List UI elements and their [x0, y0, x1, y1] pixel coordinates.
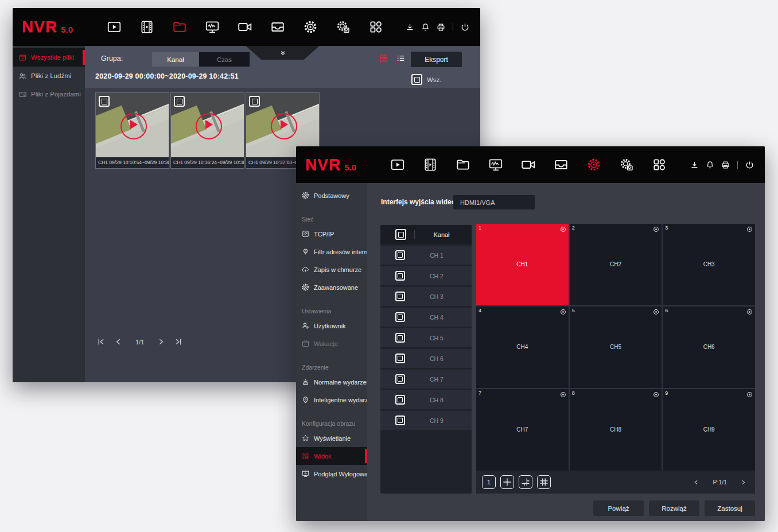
channel-checkbox[interactable]: [395, 395, 405, 405]
maintenance-icon[interactable]: [619, 157, 634, 172]
prev-page-icon[interactable]: [114, 337, 123, 347]
sidebar-item-view[interactable]: Widok: [296, 447, 367, 465]
play-button-icon[interactable]: [196, 113, 222, 139]
stream-signal-icon[interactable]: [488, 157, 503, 172]
sidebar-item-vehicle-files[interactable]: Pliki z Pojazdami: [13, 85, 85, 103]
playback-icon[interactable]: [423, 157, 438, 172]
channel-checkbox[interactable]: [395, 354, 405, 363]
unbind-target-icon[interactable]: [746, 391, 753, 398]
channel-row[interactable]: CH 8: [380, 390, 472, 409]
sidebar-item-advanced[interactable]: Zaawansowane: [296, 278, 367, 296]
channel-checkbox[interactable]: [395, 333, 405, 343]
stream-signal-icon[interactable]: [205, 20, 220, 34]
next-page-icon[interactable]: [156, 337, 166, 347]
export-button[interactable]: Eksport: [411, 52, 462, 67]
printer-icon[interactable]: [436, 22, 446, 32]
layout-3x3-button[interactable]: [537, 475, 551, 489]
channel-checkbox[interactable]: [395, 374, 405, 384]
channel-row[interactable]: CH 1: [380, 246, 472, 265]
camera-icon[interactable]: [238, 20, 252, 34]
channel-row[interactable]: CH 3: [380, 287, 472, 306]
grid-cell-ch4[interactable]: 4CH4: [476, 306, 569, 388]
select-all-checkbox[interactable]: [411, 74, 422, 85]
grid-cell-ch8[interactable]: 8CH8: [570, 389, 662, 471]
grid-view-icon[interactable]: [379, 53, 388, 63]
layout-1plus5-button[interactable]: [519, 475, 532, 489]
grid-cell-ch3[interactable]: 3CH3: [663, 224, 755, 305]
thumbnail-checkbox[interactable]: [99, 96, 110, 107]
play-button-icon[interactable]: [120, 113, 147, 139]
bind-button[interactable]: Powiąż: [593, 500, 644, 516]
playback-icon[interactable]: [139, 20, 154, 34]
channel-checkbox[interactable]: [395, 271, 405, 281]
sidebar-item-tcpip[interactable]: TCP/IP: [296, 225, 367, 243]
channel-row[interactable]: CH 7: [380, 370, 472, 389]
sidebar-item-logout-preview[interactable]: Podgląd Wylogowania: [296, 465, 367, 483]
sidebar-item-all-files[interactable]: Wszystkie pliki: [13, 48, 85, 67]
grid-cell-ch7[interactable]: 7CH7: [476, 389, 569, 471]
sidebar-item-holiday[interactable]: Wakacje: [296, 335, 367, 352]
grid-cell-ch2[interactable]: 2CH2: [570, 224, 662, 305]
group-by-channel-button[interactable]: Kanał: [152, 52, 199, 67]
printer-icon[interactable]: [721, 160, 730, 170]
unbind-target-icon[interactable]: [560, 226, 566, 232]
grid-cell-ch6[interactable]: 6CH6: [663, 306, 755, 388]
alarm-bell-icon[interactable]: [421, 22, 430, 32]
settings-gear-icon[interactable]: [586, 157, 601, 172]
settings-gear-icon[interactable]: [303, 20, 318, 34]
file-manager-icon[interactable]: [172, 20, 187, 34]
select-all-control[interactable]: Wsz.: [411, 74, 442, 85]
play-button-icon[interactable]: [271, 113, 297, 139]
alarm-bell-icon[interactable]: [705, 160, 715, 170]
unbind-target-icon[interactable]: [560, 391, 566, 398]
unbind-target-icon[interactable]: [560, 309, 566, 315]
grid-cell-ch9[interactable]: 9CH9: [663, 389, 755, 471]
channel-row[interactable]: CH 4: [380, 308, 472, 327]
last-page-icon[interactable]: [173, 337, 183, 347]
first-page-icon[interactable]: [96, 337, 106, 347]
camera-icon[interactable]: [521, 157, 536, 172]
live-view-icon[interactable]: [107, 20, 122, 34]
grid-cell-ch1[interactable]: 1CH1: [476, 224, 569, 305]
prev-page-icon[interactable]: [693, 479, 700, 486]
download-icon[interactable]: [405, 22, 415, 32]
maintenance-icon[interactable]: [336, 20, 351, 34]
unbind-target-icon[interactable]: [746, 309, 753, 315]
power-icon[interactable]: [745, 160, 754, 170]
power-icon[interactable]: [460, 22, 470, 32]
thumbnail-checkbox[interactable]: [249, 96, 260, 107]
group-by-time-button[interactable]: Czas: [199, 52, 250, 67]
video-output-select[interactable]: HDMI1/VGA: [453, 195, 535, 209]
channel-checkbox[interactable]: [395, 250, 405, 260]
next-page-icon[interactable]: [740, 479, 747, 486]
apply-button[interactable]: Zastosuj: [705, 500, 755, 516]
file-manager-icon[interactable]: [456, 157, 470, 172]
channel-checkbox[interactable]: [395, 415, 405, 425]
sidebar-item-normal-event[interactable]: Normalne wydarzenie: [296, 373, 367, 391]
sidebar-item-display[interactable]: Wyświetlanie: [296, 429, 367, 447]
sidebar-item-cloud-storage[interactable]: Zapis w chmurze: [296, 261, 367, 278]
channel-checkbox[interactable]: [395, 312, 405, 322]
archive-icon[interactable]: [270, 20, 285, 34]
unbind-target-icon[interactable]: [653, 309, 659, 315]
apps-grid-icon[interactable]: [652, 157, 667, 172]
video-thumbnail[interactable]: CH1 09/29 10:36:24~09/29 10:36:34: [170, 92, 244, 169]
archive-icon[interactable]: [554, 157, 569, 172]
sidebar-item-people-files[interactable]: Pliki z Ludźmi: [13, 67, 85, 85]
apps-grid-icon[interactable]: [368, 20, 383, 34]
sidebar-item-smart-event[interactable]: Inteligentne wydarze...: [296, 391, 367, 409]
unbind-target-icon[interactable]: [653, 226, 659, 232]
layout-quad-button[interactable]: [500, 475, 514, 489]
header-checkbox[interactable]: [395, 229, 406, 240]
video-thumbnail[interactable]: CH1 09/29 10:10:54~09/29 10:30:26: [95, 92, 169, 169]
unbind-button[interactable]: Rozwiąż: [649, 500, 699, 516]
channel-row[interactable]: CH 5: [380, 328, 472, 347]
live-view-icon[interactable]: [390, 157, 405, 172]
sidebar-item-address-filter[interactable]: Filtr adresów internet...: [296, 243, 367, 261]
sidebar-item-user[interactable]: Użytkownik: [296, 317, 367, 335]
sidebar-item-basic[interactable]: Podstawowy: [296, 187, 367, 204]
channel-row[interactable]: CH 9: [380, 411, 472, 430]
download-icon[interactable]: [690, 160, 699, 170]
channel-row[interactable]: CH 6: [380, 349, 472, 368]
list-view-icon[interactable]: [396, 53, 406, 63]
